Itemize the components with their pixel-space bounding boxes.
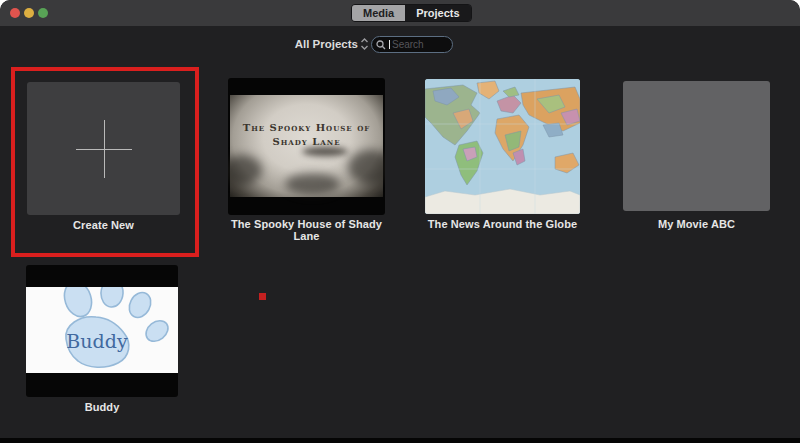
plus-icon xyxy=(76,120,132,178)
window-bottom-edge xyxy=(0,438,800,443)
project-title-my-movie-abc: My Movie ABC xyxy=(623,218,770,232)
project-tile-create-new[interactable] xyxy=(27,82,180,215)
project-tile-news-globe[interactable] xyxy=(425,79,580,214)
zoom-button[interactable] xyxy=(38,8,48,18)
project-tile-buddy[interactable]: Buddy xyxy=(26,265,178,397)
chevron-up-down-icon[interactable] xyxy=(360,37,369,51)
imovie-window: Media Projects All Projects Create New xyxy=(0,0,800,443)
annotation-marker-dot xyxy=(259,293,266,300)
title-bar: Media Projects xyxy=(0,0,800,26)
tab-media[interactable]: Media xyxy=(352,5,405,21)
close-button[interactable] xyxy=(10,8,20,18)
project-tile-spooky-house[interactable]: The Spooky House of Shady Lane xyxy=(228,78,385,215)
search-icon xyxy=(376,36,386,54)
buddy-paw-text: Buddy xyxy=(66,330,128,352)
project-title-spooky-house: The Spooky House of Shady Lane xyxy=(220,218,393,232)
project-tile-my-movie-abc[interactable] xyxy=(623,81,770,211)
tab-projects[interactable]: Projects xyxy=(405,5,470,21)
minimize-button[interactable] xyxy=(24,8,34,18)
spooky-thumbnail-image: The Spooky House of Shady Lane xyxy=(230,95,383,197)
project-title-create-new: Create New xyxy=(27,219,180,233)
tab-media-label: Media xyxy=(363,5,394,21)
search-input[interactable] xyxy=(390,39,448,50)
buddy-thumbnail-image: Buddy xyxy=(26,287,178,373)
world-map-thumbnail xyxy=(425,79,580,214)
search-field[interactable] xyxy=(371,36,453,53)
project-title-buddy: Buddy xyxy=(26,401,178,415)
all-projects-filter[interactable]: All Projects xyxy=(280,38,358,50)
project-title-news-globe: The News Around the Globe xyxy=(425,218,580,232)
media-projects-segmented-control: Media Projects xyxy=(351,4,472,22)
tab-projects-label: Projects xyxy=(416,5,459,21)
